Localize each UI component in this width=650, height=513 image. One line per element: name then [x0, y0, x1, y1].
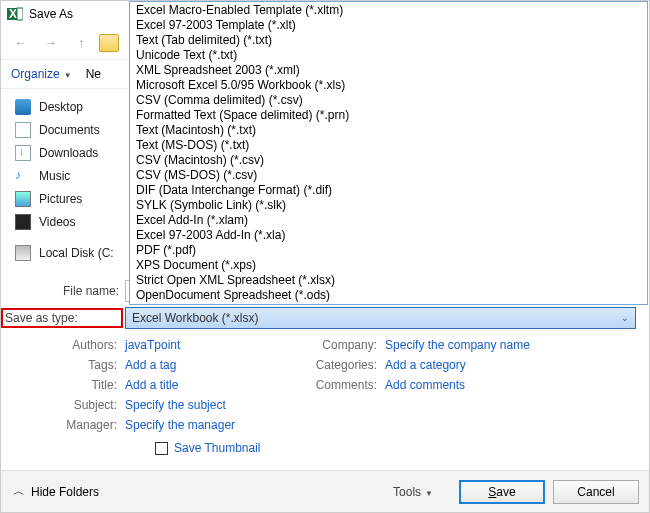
categories-label: Categories: [295, 358, 385, 372]
list-item[interactable]: Formatted Text (Space delimited) (*.prn) [130, 108, 647, 123]
sidebar-item-music[interactable]: ♪Music [15, 164, 141, 187]
subject-label: Subject: [1, 398, 125, 412]
up-icon[interactable]: ↑ [69, 31, 93, 55]
file-name-label: File name: [1, 284, 125, 298]
videos-icon [15, 214, 31, 230]
sidebar-item-documents[interactable]: Documents [15, 118, 141, 141]
save-button[interactable]: Save [459, 480, 545, 504]
categories-value[interactable]: Add a category [385, 358, 466, 372]
comments-value[interactable]: Add comments [385, 378, 465, 392]
disk-icon [15, 245, 31, 261]
list-item[interactable]: Text (Macintosh) (*.txt) [130, 123, 647, 138]
save-as-type-label-wrap: Save as type: [1, 308, 125, 328]
tools-button[interactable]: Tools▼ [393, 485, 433, 499]
back-icon[interactable]: ← [9, 31, 33, 55]
sidebar-item-downloads[interactable]: Downloads [15, 141, 141, 164]
list-item[interactable]: PDF (*.pdf) [130, 243, 647, 258]
forward-icon: → [39, 31, 63, 55]
save-thumbnail-label: Save Thumbnail [174, 441, 261, 455]
tags-value[interactable]: Add a tag [125, 358, 176, 372]
list-item[interactable]: SYLK (Symbolic Link) (*.slk) [130, 198, 647, 213]
list-item[interactable]: OpenDocument Spreadsheet (*.ods) [130, 288, 647, 303]
chevron-up-icon: ︿ [13, 483, 25, 500]
pictures-icon [15, 191, 31, 207]
save-as-type-value: Excel Workbook (*.xlsx) [132, 311, 258, 325]
list-item[interactable]: Excel 97-2003 Template (*.xlt) [130, 18, 647, 33]
organize-button[interactable]: Organize▼ [11, 67, 72, 81]
list-item[interactable]: Unicode Text (*.txt) [130, 48, 647, 63]
sidebar-item-videos[interactable]: Videos [15, 210, 141, 233]
list-item[interactable]: CSV (Comma delimited) (*.csv) [130, 93, 647, 108]
music-icon: ♪ [15, 168, 31, 184]
cancel-button[interactable]: Cancel [553, 480, 639, 504]
desktop-icon [15, 99, 31, 115]
svg-text:X: X [9, 7, 17, 21]
list-item[interactable]: Microsoft Excel 5.0/95 Workbook (*.xls) [130, 78, 647, 93]
tags-label: Tags: [1, 358, 125, 372]
list-item[interactable]: CSV (Macintosh) (*.csv) [130, 153, 647, 168]
comments-label: Comments: [295, 378, 385, 392]
list-item[interactable]: Excel Add-In (*.xlam) [130, 213, 647, 228]
save-thumbnail-checkbox[interactable] [155, 442, 168, 455]
authors-label: Authors: [1, 338, 125, 352]
sidebar-item-pictures[interactable]: Pictures [15, 187, 141, 210]
downloads-icon [15, 145, 31, 161]
save-as-type-dropdown-list[interactable]: Excel Macro-Enabled Template (*.xltm) Ex… [129, 1, 648, 305]
company-label: Company: [295, 338, 385, 352]
sidebar-item-local-disk[interactable]: Local Disk (C: [15, 241, 141, 264]
sidebar-item-desktop[interactable]: Desktop [15, 95, 141, 118]
list-item[interactable]: Excel Macro-Enabled Template (*.xltm) [130, 3, 647, 18]
authors-value[interactable]: javaTpoint [125, 338, 180, 352]
title-label: Title: [1, 378, 125, 392]
list-item[interactable]: Text (MS-DOS) (*.txt) [130, 138, 647, 153]
list-item[interactable]: XML Spreadsheet 2003 (*.xml) [130, 63, 647, 78]
manager-value[interactable]: Specify the manager [125, 418, 235, 432]
list-item[interactable]: CSV (MS-DOS) (*.csv) [130, 168, 647, 183]
sidebar: Desktop Documents Downloads ♪Music Pictu… [1, 89, 141, 270]
list-item[interactable]: XPS Document (*.xps) [130, 258, 647, 273]
list-item[interactable]: Text (Tab delimited) (*.txt) [130, 33, 647, 48]
subject-value[interactable]: Specify the subject [125, 398, 226, 412]
manager-label: Manager: [1, 418, 125, 432]
footer: ︿ Hide Folders Tools▼ Save Cancel [1, 470, 650, 512]
save-as-type-combobox[interactable]: Excel Workbook (*.xlsx) ⌄ [125, 307, 636, 329]
company-value[interactable]: Specify the company name [385, 338, 530, 352]
documents-icon [15, 122, 31, 138]
chevron-down-icon: ⌄ [621, 313, 629, 323]
title-value[interactable]: Add a title [125, 378, 178, 392]
svg-rect-2 [17, 8, 23, 20]
new-button-fragment[interactable]: Ne [86, 67, 101, 81]
list-item[interactable]: Strict Open XML Spreadsheet (*.xlsx) [130, 273, 647, 288]
list-item[interactable]: Excel 97-2003 Add-In (*.xla) [130, 228, 647, 243]
list-item[interactable]: DIF (Data Interchange Format) (*.dif) [130, 183, 647, 198]
excel-icon: X [7, 6, 23, 22]
hide-folders-button[interactable]: ︿ Hide Folders [13, 483, 99, 500]
lower-panel: File name: Save as type: Excel Workbook … [1, 279, 650, 455]
window-title: Save As [29, 7, 73, 21]
folder-icon [99, 34, 119, 52]
